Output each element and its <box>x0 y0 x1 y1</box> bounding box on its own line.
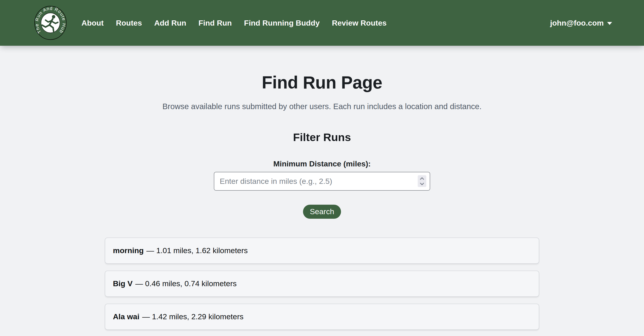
search-button[interactable]: Search <box>303 205 341 219</box>
caret-down-icon <box>607 22 612 25</box>
page-title: Find Run Page <box>105 46 539 93</box>
nav-item-add-run[interactable]: Add Run <box>154 19 186 27</box>
run-name: Big V <box>113 279 132 288</box>
run-name: morning <box>113 246 144 255</box>
run-details: — 1.42 miles, 2.29 kilometers <box>142 312 244 321</box>
run-list-item: Big V — 0.46 miles, 0.74 kilometers <box>105 270 539 297</box>
min-distance-label: Minimum Distance (miles): <box>105 159 539 168</box>
min-distance-input[interactable] <box>214 172 430 191</box>
nav-item-routes[interactable]: Routes <box>116 19 142 27</box>
run-results-list: morning — 1.01 miles, 1.62 kilometers Bi… <box>105 237 539 330</box>
min-distance-input-wrap <box>214 172 430 191</box>
navbar: The Run And Route Hub About Routes Add R… <box>0 0 644 46</box>
filter-runs-heading: Filter Runs <box>105 131 539 144</box>
number-stepper[interactable] <box>418 175 426 187</box>
run-name: Ala wai <box>113 312 140 321</box>
nav-item-find-running-buddy[interactable]: Find Running Buddy <box>244 19 320 27</box>
run-list-item: morning — 1.01 miles, 1.62 kilometers <box>105 237 539 264</box>
user-email-label: john@foo.com <box>550 19 604 28</box>
stepper-up-button[interactable] <box>418 176 426 181</box>
run-route-hub-logo-icon: The Run And Route Hub <box>34 6 67 40</box>
main-content: Find Run Page Browse available runs subm… <box>105 46 539 330</box>
user-menu-dropdown[interactable]: john@foo.com <box>550 19 612 28</box>
nav-item-review-routes[interactable]: Review Routes <box>332 19 387 27</box>
nav-item-find-run[interactable]: Find Run <box>198 19 232 27</box>
stepper-down-button[interactable] <box>418 182 426 187</box>
run-list-item: Ala wai — 1.42 miles, 2.29 kilometers <box>105 304 539 330</box>
run-details: — 0.46 miles, 0.74 kilometers <box>135 279 237 288</box>
nav-item-about[interactable]: About <box>82 19 104 27</box>
page-subtitle: Browse available runs submitted by other… <box>105 101 539 112</box>
nav-links: About Routes Add Run Find Run Find Runni… <box>82 19 386 28</box>
run-details: — 1.01 miles, 1.62 kilometers <box>146 246 248 255</box>
chevron-down-icon <box>420 183 424 185</box>
chevron-up-icon <box>420 177 424 180</box>
brand-logo[interactable]: The Run And Route Hub <box>34 6 67 40</box>
